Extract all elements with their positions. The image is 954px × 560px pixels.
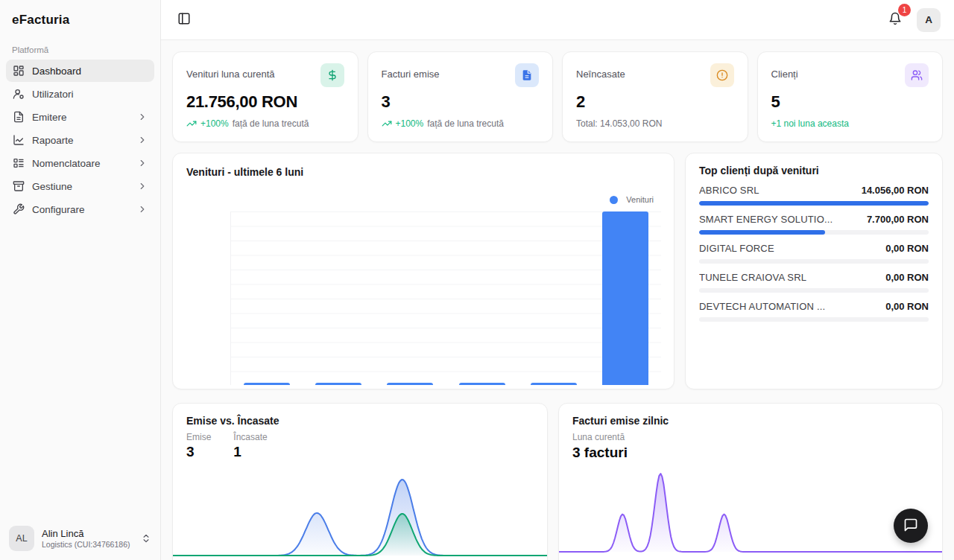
stat-card-value: 5 [771, 92, 929, 112]
emise-value: 3 [186, 444, 211, 460]
client-revenue: 7.700,00 RON [867, 214, 929, 225]
top-clients-list: ABRICO SRL 14.056,00 RON SMART ENERGY SO… [699, 185, 929, 322]
chevron-right-icon [137, 181, 148, 191]
sidebar-item-rapoarte[interactable]: Rapoarte [6, 129, 154, 151]
wrench-icon [13, 203, 25, 215]
trending-up-icon [186, 118, 197, 129]
app-root: eFacturia Platformă Dashboard Utilizator… [0, 0, 954, 560]
trending-up-icon [382, 118, 392, 129]
stat-card-subtext: +100%față de luna trecută [186, 118, 344, 129]
sidebar-menu: Dashboard Utilizatori Emitere Rapoarte N… [0, 60, 160, 518]
layout-dashboard-icon [13, 65, 25, 77]
revenue-bar-plot [230, 211, 661, 385]
sidebar-item-utilizatori[interactable]: Utilizatori [6, 83, 154, 105]
stat-card-label: Neîncasate [576, 63, 625, 80]
client-revenue: 14.056,00 RON [862, 185, 929, 196]
stat-card-label: Venituri luna curentă [186, 63, 275, 80]
stat-cards-row: Venituri luna curentă 21.756,00 RON +100… [172, 51, 943, 142]
stat-card-value: 21.756,00 RON [186, 92, 344, 112]
client-progress-track [699, 201, 929, 206]
layout-list-icon [13, 157, 25, 169]
panel-left-icon [177, 12, 191, 28]
emise-vs-incasate-title: Emise vs. Încasate [186, 415, 534, 427]
incasate-value: 1 [233, 444, 267, 460]
client-revenue: 0,00 RON [885, 301, 929, 312]
file-text-icon [13, 111, 25, 123]
client-progress-fill [699, 201, 929, 206]
revenue-chart-title: Venituri - ultimele 6 luni [186, 166, 660, 178]
revenue-bar [590, 211, 661, 385]
chat-button[interactable] [894, 509, 928, 543]
client-progress-track [699, 230, 929, 235]
client-name: TUNELE CRAIOVA SRL [699, 272, 806, 283]
revenue-bar [231, 211, 303, 385]
top-client-row: ABRICO SRL 14.056,00 RON [699, 185, 929, 206]
stat-card-neincasate: Neîncasate 2 Total: 14.053,00 RON [562, 51, 748, 142]
stat-card-clienti: Clienți 5 +1 noi luna aceasta [757, 51, 944, 142]
daily-invoices-area-chart [559, 468, 942, 560]
sidebar-section-label: Platformă [0, 45, 160, 60]
chevron-right-icon [137, 135, 148, 145]
chart-legend: Venituri [610, 195, 654, 204]
user-name: Alin Lincă [42, 528, 133, 539]
alert-circle-icon [710, 63, 734, 87]
sidebar: eFacturia Platformă Dashboard Utilizator… [0, 0, 161, 560]
daily-invoices-title: Facturi emise zilnic [572, 415, 929, 427]
stat-card-facturi-emise: Facturi emise 3 +100%față de luna trecut… [367, 51, 554, 142]
revenue-bar [303, 211, 374, 385]
notifications-button[interactable]: 1 [885, 9, 905, 31]
account-button[interactable]: A [917, 8, 941, 32]
revenue-chart-card: Venituri - ultimele 6 luni Venituri [172, 153, 675, 389]
revenue-bar [446, 211, 518, 385]
top-client-row: TUNELE CRAIOVA SRL 0,00 RON [699, 272, 929, 293]
sidebar-toggle-button[interactable] [174, 9, 194, 31]
daily-invoices-card: Facturi emise zilnic Luna curentă 3 fact… [558, 403, 943, 560]
chevron-right-icon [137, 204, 148, 214]
sidebar-item-configurare[interactable]: Configurare [6, 198, 154, 220]
legend-dot-icon [610, 196, 618, 204]
main-area: 1 A Venituri luna curentă 21.756,00 RON … [161, 0, 954, 560]
client-progress-track [699, 288, 929, 293]
sidebar-item-gestiune[interactable]: Gestiune [6, 175, 154, 197]
stat-card-subtext: Total: 14.053,00 RON [576, 118, 734, 129]
client-name: SMART ENERGY SOLUTIO... [699, 214, 833, 225]
client-name: ABRICO SRL [699, 185, 759, 196]
stat-card-value: 2 [576, 92, 734, 112]
client-name: DEVTECH AUTOMATION ... [699, 301, 825, 312]
daily-invoices-subtitle: Luna curentă [572, 432, 929, 442]
sidebar-item-emitere[interactable]: Emitere [6, 106, 154, 128]
stat-card-label: Clienți [771, 63, 798, 80]
stat-card-subtext: +100%față de luna trecută [382, 118, 540, 129]
user-company: Logistics (CUI:34766186) [42, 540, 133, 549]
sidebar-item-nomenclatoare[interactable]: Nomenclatoare [6, 152, 154, 174]
chart-line-icon [13, 134, 25, 146]
chevron-right-icon [137, 158, 148, 168]
client-progress-track [699, 317, 929, 322]
revenue-bar [518, 211, 590, 385]
notification-badge: 1 [898, 4, 911, 16]
top-client-row: DEVTECH AUTOMATION ... 0,00 RON [699, 301, 929, 322]
incasate-label: Încasate [233, 432, 267, 442]
chevrons-up-down-icon [141, 533, 151, 544]
stat-card-value: 3 [382, 92, 540, 112]
invoice-icon [515, 63, 539, 87]
top-clients-card: Top clienți după venituri ABRICO SRL 14.… [685, 153, 943, 389]
daily-invoices-value: 3 facturi [572, 445, 929, 461]
user-cog-icon [13, 88, 25, 100]
chevron-right-icon [137, 112, 148, 122]
client-revenue: 0,00 RON [885, 243, 929, 254]
stat-card-venituri-luna-curenta: Venituri luna curentă 21.756,00 RON +100… [172, 51, 358, 142]
emise-incasate-area-chart [173, 474, 547, 560]
legend-label: Venituri [626, 195, 654, 204]
top-client-row: SMART ENERGY SOLUTIO... 7.700,00 RON [699, 214, 929, 235]
archive-icon [13, 180, 25, 192]
message-square-icon [903, 518, 918, 535]
client-name: DIGITAL FORCE [699, 243, 774, 254]
dollar-icon [320, 63, 344, 87]
dashboard-content: Venituri luna curentă 21.756,00 RON +100… [161, 40, 954, 560]
emise-vs-incasate-card: Emise vs. Încasate Emise 3 Încasate 1 [172, 403, 548, 560]
clients-icon [905, 63, 929, 87]
sidebar-item-dashboard[interactable]: Dashboard [6, 60, 154, 82]
stat-card-subtext: +1 noi luna aceasta [771, 118, 929, 129]
sidebar-user-menu[interactable]: AL Alin Lincă Logistics (CUI:34766186) [0, 518, 160, 560]
